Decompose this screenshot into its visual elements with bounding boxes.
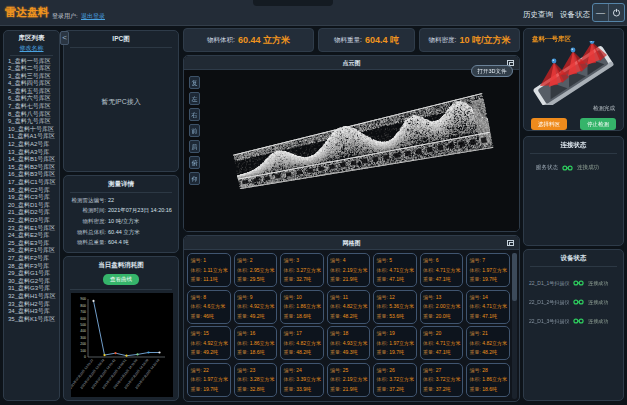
storage-list-item[interactable]: 16_盘料B3号库区 — [4, 171, 59, 179]
consumption-panel: 当日盘料消耗图 查看曲线 010020030040050060070080090… — [63, 256, 179, 401]
login-user-label: 登录用户: — [52, 12, 78, 21]
cell-no-label: 编号: — [470, 330, 481, 336]
cell-wt-label: 重量: — [284, 313, 295, 319]
grid-cell[interactable]: 编号: 25 体积: 2.19立方米 重量: 21.9吨 — [327, 363, 371, 397]
grid-cell[interactable]: 编号: 27 体积: 3.72立方米 重量: 37.2吨 — [420, 363, 464, 397]
storage-list-item[interactable]: 21_盘料D2号库 — [4, 209, 59, 217]
storage-list-item[interactable]: 5_盘料五号库区 — [4, 87, 59, 95]
grid-cell[interactable]: 编号: 13 体积: 2.00立方米 重量: 20.0吨 — [420, 290, 464, 324]
grid-cell[interactable]: 编号: 5 体积: 4.71立方米 重量: 47.1吨 — [373, 253, 417, 287]
detail-row: 物料总重量:604.4 吨 — [64, 237, 178, 248]
storage-list-item[interactable]: 27_盘料F2号库 — [4, 254, 59, 262]
collapse-chevron-icon[interactable]: < — [60, 31, 69, 45]
grid-cell[interactable]: 编号: 14 体积: 4.71立方米 重量: 47.1吨 — [466, 290, 510, 324]
grid-cell[interactable]: 编号: 1 体积: 1.11立方米 重量: 11.1吨 — [187, 253, 231, 287]
storage-list-item[interactable]: 24_盘料E2号库 — [4, 232, 59, 240]
view-button[interactable]: 俯 — [189, 156, 200, 169]
logout-link[interactable]: 退出登录 — [81, 12, 105, 21]
open-3d-file-button[interactable]: 打开3D文件 — [471, 65, 513, 77]
view-button[interactable]: 仰 — [189, 172, 200, 185]
history-query-link[interactable]: 历史查询 — [523, 10, 553, 20]
grid-cell[interactable]: 编号: 6 体积: 4.71立方米 重量: 47.1吨 — [420, 253, 464, 287]
select-area-button[interactable]: 选择料区 — [531, 118, 567, 130]
grid-cell[interactable]: 编号: 20 体积: 4.71立方米 重量: 47.1吨 — [420, 326, 464, 360]
storage-list-item[interactable]: 8_盘料八号库区 — [4, 110, 59, 118]
grid-cell[interactable]: 编号: 26 体积: 3.72立方米 重量: 37.2吨 — [373, 363, 417, 397]
grid-cell[interactable]: 编号: 17 体积: 4.82立方米 重量: 48.2吨 — [280, 326, 324, 360]
grid-cell[interactable]: 编号: 24 体积: 3.39立方米 重量: 33.9吨 — [280, 363, 324, 397]
storage-list-item[interactable]: 7_盘料七号库区 — [4, 103, 59, 111]
view-curve-button[interactable]: 查看曲线 — [103, 274, 139, 285]
device-status-link[interactable]: 设备状态 — [560, 10, 590, 20]
storage-list-item[interactable]: 35_盘料K1号库区 — [4, 315, 59, 323]
cell-no-label: 编号: — [423, 330, 434, 336]
storage-list-item[interactable]: 11_盘料A1号库区 — [4, 133, 59, 141]
view-button[interactable]: 后 — [189, 140, 200, 153]
grid-cell[interactable]: 编号: 28 体积: 1.86立方米 重量: 18.6吨 — [466, 363, 510, 397]
stop-detect-button[interactable]: 停止检测 — [580, 118, 616, 130]
storage-list-item[interactable]: 15_盘料B2号库区 — [4, 163, 59, 171]
storage-list-item[interactable]: 9_盘料九号库区 — [4, 118, 59, 126]
grid-cell[interactable]: 编号: 23 体积: 3.28立方米 重量: 32.8吨 — [234, 363, 278, 397]
storage-list-item[interactable]: 20_盘料D1号库 — [4, 201, 59, 209]
storage-list-item[interactable]: 1_盘料一号库区 — [4, 57, 59, 65]
view-button[interactable]: 复 — [189, 76, 200, 89]
storage-list-item[interactable]: 12_盘料A2号库 — [4, 141, 59, 149]
grid-scrollbar-thumb[interactable] — [512, 253, 517, 301]
grid-cell[interactable]: 编号: 3 体积: 3.27立方米 重量: 32.7吨 — [280, 253, 324, 287]
power-button[interactable] — [609, 4, 624, 21]
storage-list-item[interactable]: 25_盘料E3号库 — [4, 239, 59, 247]
cell-vol-value: 4.82立方米 — [343, 303, 368, 309]
storage-list-item[interactable]: 28_盘料F3号库 — [4, 262, 59, 270]
cell-vol-label: 体积: — [330, 340, 341, 346]
divider — [70, 47, 172, 48]
grid-cell[interactable]: 编号: 18 体积: 4.93立方米 重量: 49.3吨 — [327, 326, 371, 360]
storage-list-item[interactable]: 30_盘料G2号库 — [4, 277, 59, 285]
grid-cell[interactable]: 编号: 7 体积: 1.97立方米 重量: 19.7吨 — [466, 253, 510, 287]
grid-cell[interactable]: 编号: 16 体积: 1.86立方米 重量: 18.6吨 — [234, 326, 278, 360]
view-button[interactable]: 左 — [189, 92, 200, 105]
storage-list-item[interactable]: 32_盘料H1号库区 — [4, 292, 59, 300]
rename-link[interactable]: 修改名称 — [4, 44, 59, 53]
storage-list-item[interactable]: 13_盘料A3号库 — [4, 148, 59, 156]
grid-cell[interactable]: 编号: 8 体积: 4.6立方米 重量: 46吨 — [187, 290, 231, 324]
grid-cell[interactable]: 编号: 9 体积: 4.92立方米 重量: 49.2吨 — [234, 290, 278, 324]
expand-icon[interactable] — [507, 240, 514, 246]
storage-list-item[interactable]: 6_盘料六号库区 — [4, 95, 59, 103]
view-button[interactable]: 前 — [189, 124, 200, 137]
storage-list-item[interactable]: 4_盘料四号库区 — [4, 80, 59, 88]
storage-list-item[interactable]: 10_盘料十号库区 — [4, 125, 59, 133]
storage-list-item[interactable]: 23_盘料E1号库区 — [4, 224, 59, 232]
view-button[interactable]: 右 — [189, 108, 200, 121]
cell-no-value: 23 — [250, 367, 256, 373]
storage-list-item[interactable]: 22_盘料D3号库 — [4, 216, 59, 224]
storage-list-item[interactable]: 29_盘料G1号库 — [4, 270, 59, 278]
storage-list-item[interactable]: 3_盘料三号库区 — [4, 72, 59, 80]
grid-panel: 网格图 编号: 1 体积: 1.11立方米 重量: 11.1吨 编号: 2 体积… — [183, 235, 520, 402]
grid-cell[interactable]: 编号: 22 体积: 1.97立方米 重量: 19.7吨 — [187, 363, 231, 397]
grid-cell[interactable]: 编号: 19 体积: 1.97立方米 重量: 19.7吨 — [373, 326, 417, 360]
grid-cell[interactable]: 编号: 11 体积: 4.82立方米 重量: 48.2吨 — [327, 290, 371, 324]
storage-list-item[interactable]: 14_盘料B1号库区 — [4, 156, 59, 164]
grid-cell[interactable]: 编号: 4 体积: 2.19立方米 重量: 21.9吨 — [327, 253, 371, 287]
storage-list-item[interactable]: 31_盘料G3号库 — [4, 285, 59, 293]
cell-vol-value: 3.39立方米 — [296, 376, 321, 382]
grid-cell[interactable]: 编号: 10 体积: 1.86立方米 重量: 18.6吨 — [280, 290, 324, 324]
storage-list-item[interactable]: 18_盘料C2号库 — [4, 186, 59, 194]
cell-vol-label: 体积: — [237, 303, 248, 309]
storage-list-item[interactable]: 33_盘料H2号库 — [4, 300, 59, 308]
storage-list-item[interactable]: 2_盘料二号库区 — [4, 65, 59, 73]
pointcloud-canvas[interactable] — [184, 71, 519, 231]
minimize-button[interactable]: — — [593, 4, 609, 21]
grid-cell[interactable]: 编号: 21 体积: 4.82立方米 重量: 48.2吨 — [466, 326, 510, 360]
storage-list-item[interactable]: 19_盘料C3号库 — [4, 194, 59, 202]
storage-list-item[interactable]: 17_盘料C1号库区 — [4, 179, 59, 187]
cell-no-label: 编号: — [284, 330, 295, 336]
grid-cell[interactable]: 编号: 2 体积: 2.95立方米 重量: 29.5吨 — [234, 253, 278, 287]
grid-cell[interactable]: 编号: 12 体积: 5.36立方米 重量: 53.6吨 — [373, 290, 417, 324]
cell-vol-value: 3.28立方米 — [250, 376, 275, 382]
storage-list-item[interactable]: 26_盘料F1号库区 — [4, 247, 59, 255]
storage-list-item[interactable]: 34_盘料H3号库 — [4, 308, 59, 316]
grid-scrollbar[interactable] — [512, 253, 517, 399]
grid-cell[interactable]: 编号: 15 体积: 4.92立方米 重量: 49.2吨 — [187, 326, 231, 360]
